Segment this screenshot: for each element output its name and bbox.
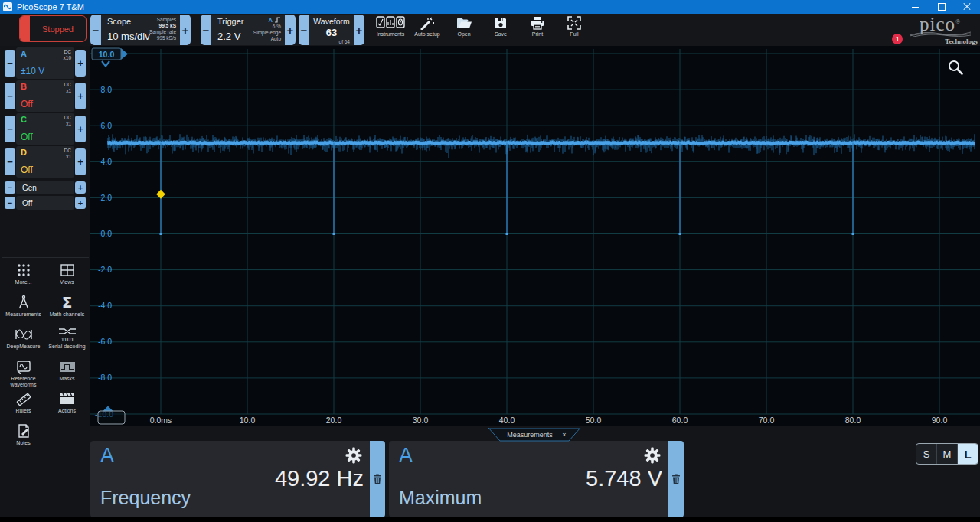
- rising-edge-icon: [274, 17, 281, 23]
- serial-decoding-icon: 1101: [57, 327, 77, 342]
- masks-icon: [58, 359, 77, 374]
- sidebar-item-masks[interactable]: Masks: [45, 357, 89, 390]
- scope-plot[interactable]: 0.0ms10.020.030.040.050.060.070.080.090.…: [90, 46, 980, 426]
- scope-plus-button[interactable]: +: [180, 15, 191, 45]
- sidebar-item-deepmeasure[interactable]: DeepMeasure: [2, 325, 45, 357]
- channel-b-coupling: DCx1: [64, 82, 71, 93]
- channel-d-body[interactable]: D DCx1 Off: [16, 146, 74, 178]
- open-button[interactable]: Open: [445, 16, 483, 37]
- channel-a-plus-button[interactable]: +: [75, 50, 86, 77]
- measurement-value: 49.92 Hz: [275, 466, 364, 491]
- trigger-marker: [156, 190, 165, 199]
- channel-d-minus-button[interactable]: −: [5, 148, 15, 175]
- trigger-plus-button[interactable]: +: [285, 15, 296, 45]
- gear-icon[interactable]: [345, 447, 362, 464]
- run-stop-button[interactable]: Stopped: [19, 15, 87, 42]
- measurement-drag-handle[interactable]: [370, 441, 385, 517]
- measurements-tab[interactable]: Measurements ×: [488, 428, 581, 442]
- channel-c-minus-button[interactable]: −: [5, 116, 15, 142]
- deepmeasure-icon: [15, 327, 33, 342]
- sidebar-item-math-channels[interactable]: Σ Math channels: [45, 293, 89, 325]
- trigger-minus-button[interactable]: −: [201, 15, 211, 45]
- open-folder-icon: [456, 16, 472, 30]
- generator-body[interactable]: Gen: [16, 181, 74, 194]
- channel-b-plus-button[interactable]: +: [75, 83, 86, 109]
- channel-a-label: A: [21, 49, 27, 58]
- waveform-panel-body[interactable]: Waveform 63 of 64: [309, 15, 354, 45]
- size-small-button[interactable]: S: [916, 444, 937, 464]
- ruler-icon: [15, 391, 32, 406]
- channel-a-body[interactable]: A DCx10 ±10 V: [16, 47, 74, 79]
- sidebar-item-serial-decoding[interactable]: 1101 Serial decoding: [45, 325, 89, 357]
- instruments-icon: [376, 16, 405, 30]
- print-button[interactable]: Print: [518, 16, 557, 37]
- channel-c-body[interactable]: C DCx1 Off: [16, 113, 74, 145]
- channel-d-label: D: [21, 148, 27, 157]
- sidebar-item-measurements[interactable]: Measurements: [2, 293, 45, 325]
- channel-b-minus-button[interactable]: −: [5, 83, 15, 109]
- channel-d-range: Off: [21, 165, 33, 175]
- sidebar-tools: More... Views Measurements Σ Math channe…: [2, 257, 89, 454]
- auto-setup-button[interactable]: Auto setup: [408, 16, 446, 37]
- channel-b-body[interactable]: B DCx1 Off: [16, 80, 74, 112]
- waveform-panel: − Waveform 63 of 64 +: [299, 15, 364, 45]
- waveform-minus-button[interactable]: −: [299, 15, 309, 45]
- svg-text:50.0: 50.0: [586, 416, 602, 425]
- grid-dots-icon: [16, 263, 31, 278]
- channel-b-range: Off: [21, 99, 33, 109]
- size-large-button[interactable]: L: [958, 444, 978, 464]
- sidebar-item-views[interactable]: Views: [45, 261, 89, 293]
- full-screen-button[interactable]: Full: [555, 16, 593, 37]
- trigger-level: 2.2 V: [217, 31, 240, 42]
- full-screen-icon: [567, 16, 581, 30]
- close-icon[interactable]: [956, 0, 978, 14]
- sidebar-item-more[interactable]: More...: [2, 261, 45, 293]
- channel-a-minus-button[interactable]: −: [5, 50, 15, 77]
- measurement-card-frequency[interactable]: A 49.92 Hz Frequency: [90, 441, 385, 517]
- gear-icon[interactable]: [644, 447, 661, 464]
- waveform-plus-button[interactable]: +: [354, 15, 364, 45]
- notification-badge[interactable]: 1: [892, 34, 903, 44]
- app-icon: [3, 2, 12, 11]
- channel-d-plus-button[interactable]: +: [75, 148, 86, 175]
- svg-text:6.0: 6.0: [100, 121, 112, 130]
- scope-minus-button[interactable]: −: [90, 15, 101, 45]
- measurement-card-maximum[interactable]: A 5.748 V Maximum: [389, 441, 684, 517]
- generator-plus-button[interactable]: +: [75, 181, 86, 194]
- svg-text:40.0: 40.0: [499, 416, 515, 425]
- measurements-tab-close-icon[interactable]: ×: [562, 431, 566, 439]
- sigma-icon: Σ: [62, 294, 73, 311]
- sidebar-item-notes[interactable]: Notes: [2, 422, 45, 454]
- generator-state-plus-button[interactable]: +: [75, 197, 86, 209]
- channel-a-axis-marker: 10.0: [92, 48, 128, 67]
- scope-display[interactable]: 0.0ms10.020.030.040.050.060.070.080.090.…: [90, 46, 980, 426]
- maximize-icon[interactable]: [930, 0, 953, 14]
- trigger-title: Trigger: [217, 17, 243, 26]
- minimize-icon[interactable]: [903, 0, 926, 14]
- generator-state-minus-button[interactable]: −: [5, 197, 15, 209]
- trigger-panel: − Trigger 2.2 V A 6 % Simple edge Auto +: [201, 15, 296, 45]
- scope-title: Scope: [107, 17, 131, 26]
- trash-icon[interactable]: [373, 474, 382, 484]
- instruments-button[interactable]: Instruments: [371, 16, 410, 37]
- sidebar-item-reference-waveforms[interactable]: Reference waveforms: [2, 357, 45, 390]
- save-button[interactable]: Save: [482, 16, 520, 37]
- scope-panel-body[interactable]: Scope 10 ms/div Samples 99.5 kS Sample r…: [101, 15, 180, 45]
- generator-label: Gen: [22, 181, 37, 194]
- measurement-drag-handle[interactable]: [668, 441, 684, 517]
- trash-icon[interactable]: [671, 474, 681, 484]
- sidebar-item-rulers[interactable]: Rulers: [2, 390, 45, 422]
- channel-a-noise: [108, 134, 975, 158]
- svg-text:60.0: 60.0: [672, 416, 688, 425]
- measurement-channel: A: [100, 444, 114, 468]
- channel-c-plus-button[interactable]: +: [75, 116, 86, 142]
- measurements-tab-label: Measurements: [507, 431, 553, 439]
- sidebar: − A DCx10 ±10 V + − B DCx1 Off + − C DCx…: [0, 46, 90, 517]
- generator-state-body[interactable]: Off: [16, 196, 74, 210]
- sidebar-item-actions[interactable]: Actions: [45, 390, 89, 422]
- waveform-index: 63: [309, 27, 354, 38]
- generator-minus-button[interactable]: −: [5, 181, 15, 194]
- size-medium-button[interactable]: M: [937, 444, 958, 464]
- trigger-panel-body[interactable]: Trigger 2.2 V A 6 % Simple edge Auto: [211, 15, 285, 45]
- channel-c-range: Off: [21, 132, 33, 142]
